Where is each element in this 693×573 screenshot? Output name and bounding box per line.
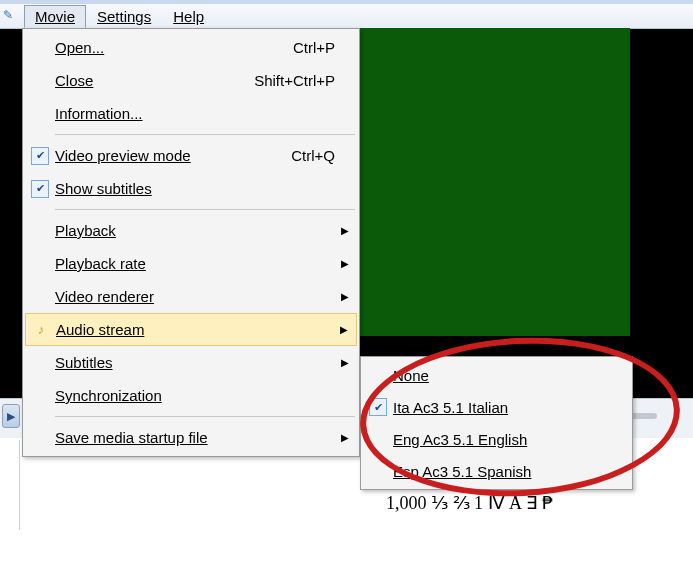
menu-save-startup[interactable]: Save media startup file ▶ [25,421,357,454]
submenu-italian[interactable]: ✔ Ita Ac3 5.1 Italian [363,391,630,423]
play-button[interactable]: ▶ [2,404,20,428]
menu-playback[interactable]: Playback ▶ [25,214,357,247]
menu-subtitles[interactable]: Subtitles ▶ [25,346,357,379]
menubar: Movie Settings Help [0,4,693,29]
check-icon: ✔ [31,147,49,165]
check-icon: ✔ [31,180,49,198]
menu-synchronization[interactable]: Synchronization [25,379,357,412]
submenu-arrow-icon: ▶ [341,291,349,302]
submenu-arrow-icon: ▶ [341,357,349,368]
submenu-arrow-icon: ▶ [341,432,349,443]
menu-information[interactable]: Information... [25,97,357,130]
sample-text: 1,000 ⅓ ⅔ 1 Ⅳ Å ∃ ₱ [386,492,553,514]
menu-show-subtitles[interactable]: ✔ Show subtitles [25,172,357,205]
menu-video-preview[interactable]: ✔ Video preview mode Ctrl+Q [25,139,357,172]
menubar-movie[interactable]: Movie [24,5,86,28]
submenu-arrow-icon: ▶ [341,225,349,236]
menu-close[interactable]: Close Shift+Ctrl+P [25,64,357,97]
music-note-icon: ♪ [32,321,50,339]
shortcut-preview: Ctrl+Q [291,147,357,164]
submenu-arrow-icon: ▶ [340,324,348,335]
submenu-arrow-icon: ▶ [341,258,349,269]
check-icon: ✔ [369,398,387,416]
video-preview [360,28,630,336]
menu-separator [55,134,355,135]
shortcut-open: Ctrl+P [293,39,357,56]
menu-separator [55,209,355,210]
submenu-none[interactable]: None [363,359,630,391]
panel-fragment [0,440,20,530]
menubar-help[interactable]: Help [162,5,215,28]
menubar-settings[interactable]: Settings [86,5,162,28]
shortcut-close: Shift+Ctrl+P [254,72,357,89]
menu-playback-rate[interactable]: Playback rate ▶ [25,247,357,280]
app-icon: ✎ [3,8,19,24]
movie-menu: Open... Ctrl+P Close Shift+Ctrl+P Inform… [22,28,360,457]
menu-separator [55,416,355,417]
menu-video-renderer[interactable]: Video renderer ▶ [25,280,357,313]
submenu-spanish[interactable]: Esp Ac3 5.1 Spanish [363,455,630,487]
menu-open[interactable]: Open... Ctrl+P [25,31,357,64]
submenu-english[interactable]: Eng Ac3 5.1 English [363,423,630,455]
audio-stream-submenu: None ✔ Ita Ac3 5.1 Italian Eng Ac3 5.1 E… [360,356,633,490]
menu-audio-stream[interactable]: ♪ Audio stream ▶ [25,313,357,346]
